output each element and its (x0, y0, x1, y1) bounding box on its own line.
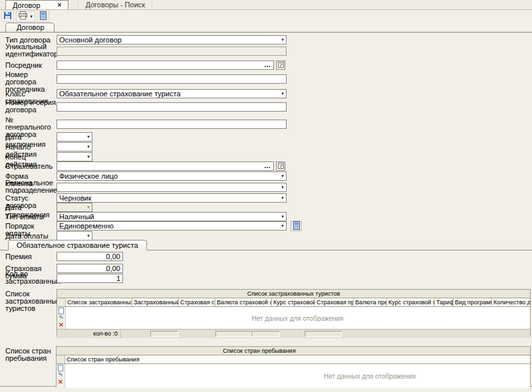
selected-value: Физическое лицо (59, 172, 279, 180)
edit-row-button[interactable]: ✎ (57, 371, 65, 379)
row-general-contract-number: № генерального договора (0, 120, 532, 129)
column-header[interactable]: Вид программы (454, 298, 492, 306)
chevron-down-icon: ▼ (84, 145, 90, 149)
chevron-down-icon: ▼ (279, 224, 285, 228)
field-label: Региональное подразделение (5, 179, 56, 194)
payment-schedule-toolbar-button[interactable] (37, 11, 49, 22)
print-button[interactable]: ▼ (16, 11, 35, 22)
tab-contract[interactable]: Договор (5, 23, 55, 32)
window-tab-contracts-search[interactable]: Договоры - Поиск (78, 0, 152, 9)
intermediary-open-card-button[interactable] (276, 60, 285, 70)
delete-icon: ✕ (59, 322, 64, 328)
general-contract-number-field[interactable] (57, 120, 287, 129)
tab-tourist-insurance[interactable]: Обязательное страхование туриста (8, 240, 147, 250)
contract-form: Тип договора Основной договор ▼ Уникальн… (0, 32, 532, 386)
edit-row-button[interactable]: ✎ (57, 314, 65, 322)
selected-value: Наличный (59, 213, 279, 221)
premium-field[interactable] (57, 252, 123, 261)
end-date-picker[interactable]: ▼ (57, 152, 92, 161)
selected-value: Основной договор (59, 36, 279, 44)
chevron-down-icon: ▼ (84, 155, 90, 159)
payment-order-select[interactable]: Единовременно ▼ (57, 221, 287, 231)
regional-division-select[interactable]: ▼ (57, 183, 287, 192)
intermediary-contract-number-field[interactable] (57, 74, 287, 84)
row-client-form: Форма клиента Физическое лицо ▼ (0, 171, 532, 181)
no-data-text: Нет данных для отображения (65, 314, 530, 322)
row-insurance-class: Класс страхования Обязательное страхован… (0, 89, 532, 98)
pencil-icon: ✎ (58, 372, 63, 378)
window-tab-label: Договор (13, 1, 41, 9)
column-header[interactable]: Валюта премии (354, 298, 387, 306)
contract-status-select[interactable]: Черновик ▼ (57, 193, 287, 203)
field-label: Премия (5, 253, 56, 260)
payment-type-select[interactable]: Наличный ▼ (57, 212, 287, 221)
grid-indicator-column (57, 298, 66, 306)
chevron-down-icon: ▼ (279, 38, 285, 42)
payment-date-picker[interactable]: ▼ (57, 231, 92, 241)
append-row-button[interactable] (57, 364, 65, 371)
conclusion-date-picker[interactable]: ▼ (57, 132, 92, 142)
policyholder-open-card-button[interactable] (276, 161, 285, 171)
column-header[interactable]: Страховая премия (315, 298, 354, 306)
unique-id-field (57, 47, 287, 56)
column-header[interactable]: Список застрахованных туристов (66, 298, 132, 306)
row-intermediary: Посредник … (0, 60, 532, 70)
window-tab-contract[interactable]: Договор × (5, 0, 68, 9)
column-header[interactable]: Количество дней (492, 298, 530, 306)
column-header[interactable]: Тариф (435, 298, 454, 306)
policyholder-lookup-field[interactable]: … (57, 161, 274, 171)
row-policyholder: Страхователь … (0, 161, 532, 171)
row-contract-status: Статус договора Черновик ▼ (0, 193, 532, 203)
insured-sum-field[interactable] (57, 264, 123, 273)
blank-page-icon (59, 308, 64, 314)
start-date-picker[interactable]: ▼ (57, 142, 92, 151)
intermediary-lookup-field[interactable]: … (57, 60, 274, 70)
field-label: Тип оплаты (5, 213, 56, 221)
row-approval-date: Дата утверждения ▼ (0, 203, 532, 212)
blank-page-icon (58, 365, 63, 371)
insurance-class-select[interactable]: Обязательное страхование туриста ▼ (57, 89, 287, 98)
grid-group-header: Список стран пребывания (57, 347, 530, 355)
field-label: Посредник (5, 62, 56, 69)
save-button[interactable] (1, 11, 14, 22)
grid-body: ✎ ✕ Нет данных для отображения (57, 364, 530, 388)
grid-navigator: ✎ ✕ (57, 364, 65, 388)
footer-count: кол-во :0 (57, 330, 121, 338)
insured-count-field[interactable] (57, 274, 123, 283)
delete-row-button[interactable]: ✕ (57, 322, 65, 329)
column-header[interactable]: Застрахованный турист (132, 298, 179, 306)
window-tab-label: Договоры - Поиск (85, 1, 145, 9)
save-icon (3, 11, 12, 21)
close-icon[interactable]: × (58, 2, 62, 9)
column-header[interactable]: Валюта страховой суммы (215, 298, 272, 306)
column-header[interactable]: Список стран пребывания (65, 355, 530, 363)
row-conclusion-date: Дата заключения ▼ (0, 132, 532, 142)
ellipsis-icon[interactable]: … (264, 62, 271, 68)
field-label: Номер и серия договора (5, 99, 56, 114)
row-contract-type: Тип договора Основной договор ▼ (0, 35, 532, 45)
tourists-grid-label: Список застрахованных туристов (5, 290, 56, 312)
ellipsis-icon[interactable]: … (264, 163, 271, 169)
footer-summary-box (305, 331, 342, 337)
append-row-button[interactable] (57, 307, 65, 314)
contract-type-select[interactable]: Основной договор ▼ (57, 35, 287, 45)
column-header[interactable]: Страховая сумма (179, 298, 215, 306)
chevron-down-icon: ▼ (279, 185, 285, 189)
grid-body: ✎ ✕ Нет данных для отображения (57, 307, 530, 329)
row-premium: Премия (0, 252, 532, 261)
chevron-down-icon: ▼ (279, 196, 285, 200)
delete-row-button[interactable]: ✕ (57, 379, 65, 386)
payment-schedule-button[interactable] (291, 221, 302, 231)
window-tab-strip: Договор × Договоры - Поиск (0, 0, 532, 10)
field-label: Уникальный идентификатор (5, 43, 56, 58)
column-header[interactable]: Курс страховой суммы (272, 298, 315, 306)
chevron-down-icon: ▼ (279, 174, 285, 178)
footer-summary-box (150, 331, 178, 337)
client-form-select[interactable]: Физическое лицо ▼ (57, 171, 287, 181)
footer-summary-box (215, 331, 251, 337)
chevron-down-icon[interactable]: ▼ (29, 15, 33, 19)
row-end-date: Конец действия ▼ (0, 152, 532, 161)
sub-tab-strip: Обязательное страхование туриста (0, 241, 532, 250)
contract-number-series-field[interactable] (57, 102, 287, 112)
column-header[interactable]: Курс страховой премии (387, 298, 435, 306)
